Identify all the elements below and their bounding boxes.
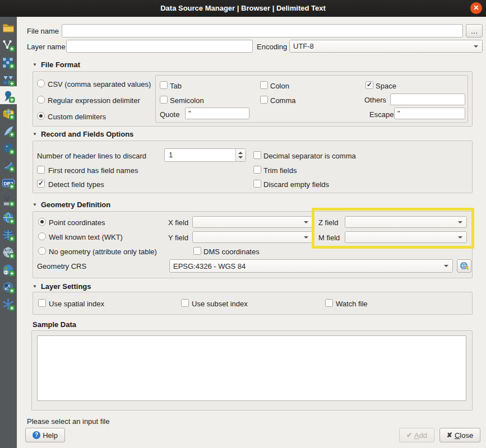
- sidebar-item-spatialite[interactable]: [2, 124, 15, 138]
- checkbox-first-record-names[interactable]: [37, 166, 45, 174]
- spinner-arrows-icon[interactable]: [235, 149, 246, 161]
- header-lines-spinner[interactable]: [164, 148, 246, 162]
- quote-input[interactable]: [185, 108, 249, 119]
- sample-data-title: Sample Data: [33, 320, 76, 329]
- sidebar-item-virtual-layer[interactable]: [2, 194, 15, 207]
- checkbox-comma-label: Comma: [270, 96, 296, 105]
- checkbox-subset-index[interactable]: [181, 299, 189, 307]
- z-field-select[interactable]: [345, 216, 467, 228]
- vector-layer-icon: [2, 39, 15, 52]
- browse-file-button[interactable]: …: [466, 24, 483, 38]
- layer-settings-title: Layer Settings: [41, 282, 91, 291]
- sidebar-item-mesh[interactable]: [2, 73, 15, 87]
- sidebar-item-postgresql[interactable]: [2, 142, 15, 155]
- sidebar-item-geopackage[interactable]: [2, 107, 15, 120]
- radio-wkt[interactable]: [38, 232, 46, 240]
- add-button[interactable]: ✔Add: [399, 428, 434, 442]
- header-lines-label: Number of header lines to discard: [37, 152, 146, 160]
- encoding-label: Encoding: [257, 43, 287, 51]
- quote-label: Quote: [160, 110, 179, 119]
- sidebar-item-wfs[interactable]: [2, 246, 15, 259]
- checkbox-spatial-index[interactable]: [38, 299, 46, 307]
- collapse-arrow-icon: ▼: [33, 284, 37, 289]
- sample-data-table: [37, 335, 466, 401]
- help-icon: ?: [33, 431, 40, 439]
- trim-fields-label: Trim fields: [263, 166, 297, 175]
- checkbox-colon[interactable]: [260, 81, 268, 89]
- checkbox-semicolon[interactable]: [160, 96, 168, 104]
- sidebar-item-browser[interactable]: [2, 21, 15, 35]
- watch-file-label: Watch file: [336, 300, 368, 308]
- dropdown-arrow-icon: [458, 221, 462, 223]
- detect-types-label: Detect field types: [48, 180, 104, 189]
- globe-wcs-icon: [2, 228, 15, 242]
- checkbox-decimal-comma[interactable]: [253, 151, 261, 159]
- geometry-crs-select[interactable]: EPSG:4326 - WGS 84: [169, 259, 453, 273]
- sidebar-item-arcgis-feature[interactable]: [2, 281, 15, 294]
- sidebar-item-wcs[interactable]: [2, 228, 15, 242]
- checkbox-tab[interactable]: [160, 81, 168, 89]
- help-button-label: Help: [43, 431, 58, 440]
- db2-icon: DB2: [2, 176, 15, 190]
- radio-custom-delimiters[interactable]: [37, 112, 45, 120]
- point-coordinates-label: Point coordinates: [49, 218, 105, 227]
- close-x-icon: ✘: [447, 431, 452, 439]
- sail-icon: [2, 159, 15, 172]
- select-crs-button[interactable]: [457, 259, 471, 273]
- elephant-icon: [2, 142, 15, 155]
- sidebar-item-db2[interactable]: DB2: [2, 176, 15, 190]
- sidebar-item-mssql[interactable]: [2, 159, 15, 172]
- file-format-title: File Format: [41, 60, 80, 69]
- radio-point-coordinates[interactable]: [38, 218, 46, 226]
- checkbox-detect-field-types[interactable]: [37, 180, 45, 188]
- source-type-sidebar: DB2: [0, 17, 17, 448]
- others-input[interactable]: [390, 94, 465, 105]
- sidebar-item-raster[interactable]: [2, 56, 15, 69]
- discard-empty-label: Discard empty fields: [263, 180, 329, 189]
- data-source-manager-dialog: Data Source Manager | Browser | Delimite…: [0, 0, 486, 448]
- record-options-title: Record and Fields Options: [41, 130, 133, 138]
- layer-name-input[interactable]: [66, 40, 253, 53]
- first-record-label: First record has field names: [48, 166, 138, 175]
- help-button[interactable]: ?Help: [25, 428, 65, 442]
- m-field-label: M field: [318, 234, 340, 242]
- layer-settings-header[interactable]: ▼Layer Settings: [33, 282, 91, 291]
- escape-input[interactable]: [394, 108, 465, 119]
- radio-no-geometry[interactable]: [38, 247, 46, 255]
- browse-ellipsis-icon: …: [471, 27, 478, 35]
- close-button[interactable]: ✘Close: [439, 428, 480, 442]
- geometry-crs-value: EPSG:4326 - WGS 84: [173, 262, 246, 270]
- sidebar-item-geonode[interactable]: [2, 298, 15, 311]
- radio-csv-label: CSV (comma separated values): [48, 80, 151, 88]
- checkbox-watch-file[interactable]: [325, 299, 333, 307]
- window-close-button[interactable]: ✕: [470, 2, 482, 14]
- dropdown-arrow-icon: [458, 236, 462, 239]
- y-field-select[interactable]: [192, 231, 313, 243]
- checkbox-tab-label: Tab: [170, 82, 182, 90]
- globe-wms-icon: [2, 211, 15, 225]
- radio-regexp-label: Regular expression delimiter: [48, 96, 140, 105]
- header-lines-input[interactable]: [168, 150, 233, 160]
- z-field-label: Z field: [318, 218, 338, 227]
- feather-icon: [2, 124, 15, 138]
- checkbox-trim-fields[interactable]: [253, 166, 261, 174]
- radio-csv[interactable]: [37, 80, 45, 87]
- sidebar-item-delimited-text[interactable]: [2, 90, 15, 103]
- sidebar-item-arcgis-map[interactable]: [2, 263, 15, 277]
- radio-regexp-delimiter[interactable]: [37, 96, 45, 104]
- checkbox-dms-coordinates[interactable]: [193, 247, 201, 255]
- x-field-select[interactable]: [192, 216, 313, 228]
- file-name-input[interactable]: [62, 24, 463, 38]
- record-options-header[interactable]: ▼Record and Fields Options: [33, 130, 133, 138]
- geometry-header[interactable]: ▼Geometry Definition: [33, 200, 110, 209]
- sidebar-item-wms[interactable]: [2, 211, 15, 225]
- checkbox-space[interactable]: [365, 81, 373, 89]
- encoding-select[interactable]: UTF-8: [289, 40, 483, 53]
- sidebar-item-vector[interactable]: [2, 39, 15, 52]
- x-field-label: X field: [168, 218, 188, 227]
- close-icon: ✕: [473, 4, 479, 12]
- m-field-select[interactable]: [345, 231, 467, 243]
- checkbox-discard-empty[interactable]: [253, 180, 261, 188]
- file-format-header[interactable]: ▼File Format: [33, 60, 80, 69]
- checkbox-comma[interactable]: [260, 96, 268, 104]
